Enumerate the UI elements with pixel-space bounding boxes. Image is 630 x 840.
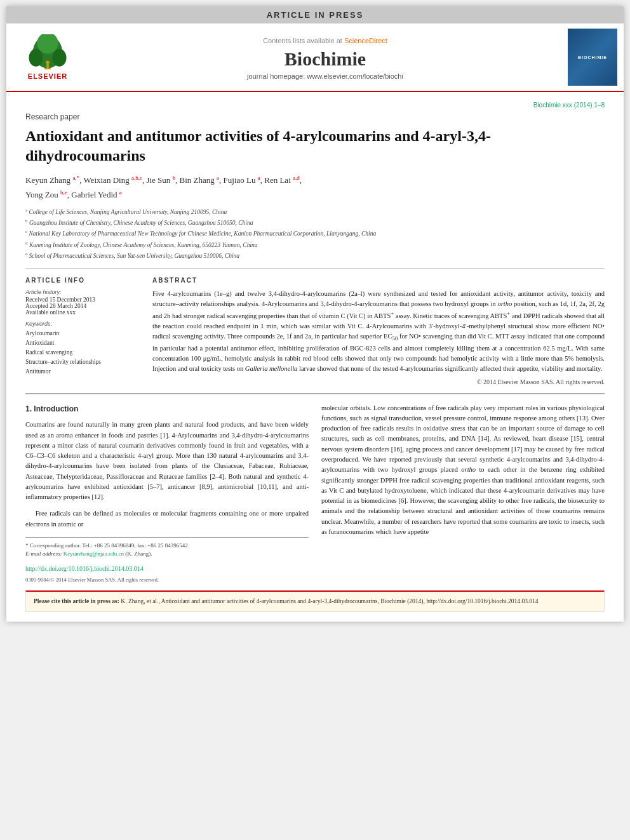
svg-point-3 bbox=[52, 49, 66, 67]
abstract-text: Five 4-arylcoumarins (1e–g) and twelve 3… bbox=[152, 289, 605, 375]
email-note: E-mail address: Keyunzhang@njau.edu.cn (… bbox=[25, 550, 309, 559]
body-content: 1. Introduction Coumarins are found natu… bbox=[25, 393, 605, 585]
doi-line: http://dx.doi.org/10.1016/j.biochi.2014.… bbox=[25, 564, 309, 574]
biochimie-cover-image bbox=[568, 29, 617, 86]
authors-line: Keyun Zhang a,*, Weixian Ding a,b,c, Jie… bbox=[25, 173, 605, 201]
corresponding-author-note: * Corresponding author. Tel.: +86 25 843… bbox=[25, 542, 309, 550]
received-date: Received 15 December 2013 Accepted 28 Ma… bbox=[25, 297, 140, 316]
abstract-copyright: © 2014 Elsevier Masson SAS. All rights r… bbox=[152, 378, 605, 385]
banner-text: ARTICLE IN PRESS bbox=[267, 10, 364, 20]
journal-title: Biochimie bbox=[285, 48, 366, 70]
body-col-right: molecular orbitals. Low concentrations o… bbox=[321, 403, 605, 585]
svg-point-5 bbox=[46, 61, 50, 65]
intro-paragraph-2: Free radicals can be defined as molecule… bbox=[25, 509, 309, 530]
article-in-press-banner: ARTICLE IN PRESS bbox=[6, 6, 624, 23]
issn-line: 0300-9084/© 2014 Elsevier Masson SAS. Al… bbox=[25, 576, 309, 584]
science-direct-text: Contents lists available at bbox=[263, 37, 342, 44]
keywords-list: Arylcoumarin Antioxidant Radical scaveng… bbox=[25, 329, 140, 377]
article-title: Antioxidant and antitumor activities of … bbox=[25, 126, 605, 166]
article-info-heading: ARTICLE INFO bbox=[25, 277, 140, 284]
journal-volume-ref: Biochimie xxx (2014) 1–8 bbox=[533, 102, 605, 109]
cite-text: K. Zhang, et al., Antioxidant and antitu… bbox=[121, 598, 538, 604]
keywords-label: Keywords: bbox=[25, 321, 140, 327]
author-email[interactable]: Keyunzhang@njau.edu.cn bbox=[64, 550, 124, 557]
abstract-section: ABSTRACT Five 4-arylcoumarins (1e–g) and… bbox=[152, 277, 605, 385]
doi-link[interactable]: http://dx.doi.org/10.1016/j.biochi.2014.… bbox=[25, 565, 144, 572]
svg-point-2 bbox=[29, 49, 43, 67]
science-direct-link[interactable]: ScienceDirect bbox=[344, 37, 387, 44]
introduction-heading: 1. Introduction bbox=[25, 403, 309, 415]
page: ARTICLE IN PRESS ELSEVIER Contents lists… bbox=[6, 6, 624, 622]
journal-ref-info: Contents lists available at ScienceDirec… bbox=[263, 35, 387, 46]
abstract-heading: ABSTRACT bbox=[152, 277, 605, 284]
intro-paragraph-1: Coumarins are found naturally in many gr… bbox=[25, 420, 309, 502]
history-label: Article history: bbox=[25, 289, 140, 295]
footnote-area: * Corresponding author. Tel.: +86 25 843… bbox=[25, 537, 309, 559]
affiliations: a College of Life Sciences, Nanjing Agri… bbox=[25, 207, 605, 261]
journal-center: Contents lists available at ScienceDirec… bbox=[88, 29, 563, 86]
main-content: Biochimie xxx (2014) 1–8 Research paper … bbox=[6, 92, 624, 622]
cite-banner: Please cite this article in press as: K.… bbox=[25, 590, 605, 611]
elsevier-logo: ELSEVIER bbox=[13, 29, 83, 86]
elsevier-tree-icon bbox=[25, 34, 70, 72]
journal-header: ELSEVIER Contents lists available at Sci… bbox=[6, 23, 624, 92]
article-info: ARTICLE INFO Article history: Received 1… bbox=[25, 277, 140, 385]
intro-col2-paragraph: molecular orbitals. Low concentrations o… bbox=[321, 403, 605, 537]
info-abstract-section: ARTICLE INFO Article history: Received 1… bbox=[25, 269, 605, 385]
article-type-label: Research paper bbox=[25, 112, 605, 121]
journal-homepage: journal homepage: www.elsevier.com/locat… bbox=[247, 72, 403, 80]
body-col-left: 1. Introduction Coumarins are found natu… bbox=[25, 403, 309, 585]
elsevier-label: ELSEVIER bbox=[28, 72, 67, 80]
svg-rect-6 bbox=[46, 64, 49, 69]
